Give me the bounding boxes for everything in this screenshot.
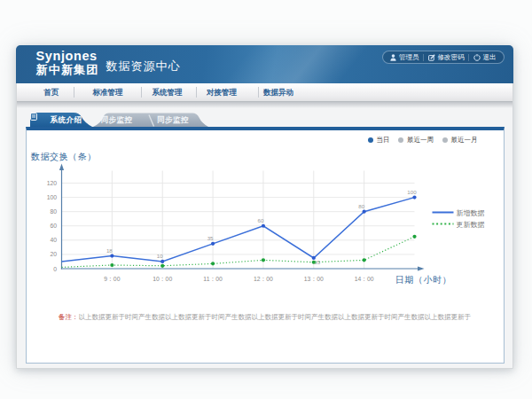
y-tick-label: 0 [53, 266, 57, 272]
data-point [261, 224, 264, 228]
point-label: 60 [257, 217, 263, 223]
x-tick-label: 13：00 [303, 276, 323, 282]
y-tick-label: 40 [50, 237, 57, 243]
x-tick-label: 12：00 [253, 276, 272, 282]
user-toolbar: 管理员 修改密码 退出 [382, 51, 505, 64]
power-icon [473, 54, 481, 61]
data-point [362, 210, 365, 214]
nav-shadow [17, 102, 513, 108]
data-point [412, 196, 416, 200]
data-point [412, 235, 416, 239]
data-point [210, 262, 214, 265]
document-icon [30, 113, 37, 121]
y-axis-arrow-icon [59, 164, 63, 171]
x-axis-arrow-icon [418, 266, 425, 270]
y-axis-title: 数据交换（条） [30, 152, 97, 161]
y-tick-label: 80 [50, 208, 57, 215]
user-menu[interactable]: 管理员 [387, 53, 424, 62]
tab-sync-monitor-2[interactable]: 同步监控 [157, 113, 189, 127]
line-chart: 0204060801001209：0010：0011：0012：0013：001… [27, 143, 504, 308]
brand-logo-chinese: 新中新集团 [36, 63, 99, 76]
data-point [110, 263, 113, 267]
tab-bar: 系统介绍 同步监控 同步监控 [30, 113, 503, 127]
desktop-background: Synjones 新中新集团 数据资源中心 管理员 [0, 0, 532, 399]
nav-divider [196, 87, 197, 98]
nav-item-home[interactable]: 首页 [44, 83, 59, 101]
nav-item-changes[interactable]: 数据异动 [263, 83, 293, 101]
change-password-label: 修改密码 [438, 53, 465, 62]
nav-divider [258, 87, 259, 98]
nav-item-interface[interactable]: 对接管理 [207, 83, 237, 101]
tab-system-intro[interactable]: 系统介绍 [51, 113, 82, 127]
edit-icon [428, 54, 435, 61]
main-nav: 首页 标准管理 系统管理 对接管理 数据异动 [17, 83, 513, 102]
legend-label-1[interactable]: 更新数据 [456, 221, 484, 229]
point-label: 80 [358, 203, 364, 209]
point-label: 18 [106, 247, 112, 254]
point-label: 100 [407, 189, 417, 195]
tab-sync-monitor-1[interactable]: 同步监控 [101, 113, 133, 127]
data-point [311, 261, 315, 264]
point-label: 35 [207, 235, 213, 241]
content-panel: 当日 最近一周 最近一月 0204060801001209：0010：0011：… [26, 127, 505, 364]
nav-divider [74, 87, 74, 98]
data-point [160, 260, 164, 263]
brand-logo: Synjones 新中新集团 [36, 51, 99, 76]
y-tick-label: 60 [50, 223, 57, 229]
user-icon [390, 54, 396, 61]
y-tick-label: 20 [50, 251, 57, 257]
footnote: 备注：以上数据更新于时间产生数据以上数据更新于时间产生数据以上数据更新于时间产生… [27, 312, 504, 323]
logout-button[interactable]: 退出 [469, 53, 500, 62]
footnote-label: 备注： [59, 313, 79, 321]
nav-item-system[interactable]: 系统管理 [153, 83, 183, 101]
logout-label: 退出 [483, 53, 497, 62]
app-window: Synjones 新中新集团 数据资源中心 管理员 [16, 45, 514, 370]
data-point [362, 258, 365, 262]
nav-item-standards[interactable]: 标准管理 [93, 83, 123, 101]
app-header: Synjones 新中新集团 数据资源中心 管理员 [16, 45, 514, 84]
user-name-label: 管理员 [399, 53, 419, 62]
data-point [110, 254, 113, 257]
change-password-button[interactable]: 修改密码 [424, 53, 468, 62]
legend-label-0[interactable]: 新增数据 [456, 209, 484, 217]
x-tick-label: 9：00 [104, 276, 120, 282]
x-axis-title: 日期（小时） [395, 275, 451, 285]
data-point [261, 258, 264, 262]
footnote-text: 以上数据更新于时间产生数据以上数据更新于时间产生数据以上数据更新于时间产生数据以… [79, 313, 472, 321]
x-tick-label: 14：00 [354, 276, 373, 282]
x-tick-label: 11：00 [203, 276, 223, 282]
nav-divider [141, 87, 142, 98]
x-tick-label: 10：00 [153, 276, 172, 282]
y-tick-label: 120 [46, 180, 57, 186]
data-point [160, 264, 164, 268]
data-point [210, 242, 214, 246]
y-tick-label: 100 [46, 194, 57, 200]
brand-logo-latin: Synjones [36, 51, 99, 62]
page-title: 数据资源中心 [106, 59, 181, 74]
point-label: 10 [156, 253, 162, 259]
series-line-1 [61, 237, 414, 268]
